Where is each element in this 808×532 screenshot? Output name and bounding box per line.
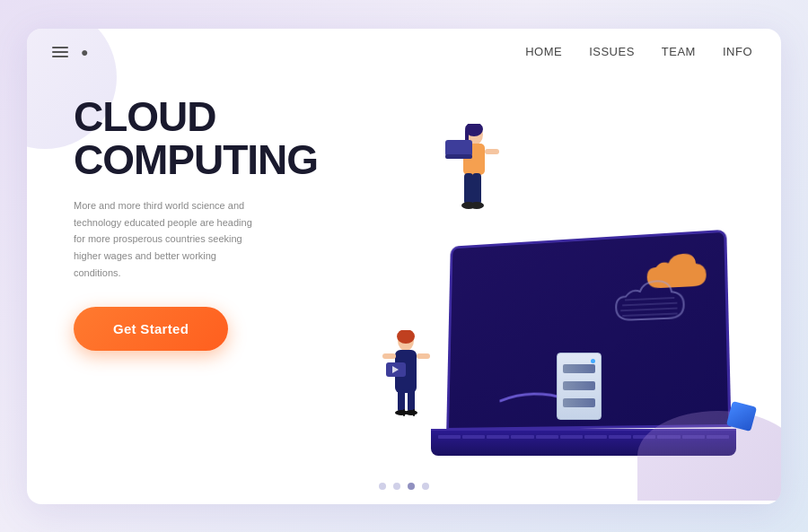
nav-link-info[interactable]: INFO xyxy=(723,45,752,58)
tower-body xyxy=(557,353,602,420)
svg-line-27 xyxy=(620,308,677,310)
svg-point-7 xyxy=(470,202,484,209)
svg-rect-20 xyxy=(403,409,405,416)
person-2 xyxy=(377,330,435,438)
bottom-accent xyxy=(637,411,781,501)
person-1-svg xyxy=(440,124,503,240)
pagination-dot-4[interactable] xyxy=(422,483,429,490)
svg-rect-4 xyxy=(464,173,473,205)
svg-rect-10 xyxy=(445,140,472,156)
person-1 xyxy=(440,124,503,240)
hamburger-icon[interactable] xyxy=(52,47,68,57)
svg-line-28 xyxy=(622,313,677,316)
landing-card: ● HOME ISSUES TEAM INFO CLOUD COMPUTING … xyxy=(27,29,781,504)
nav-link-home[interactable]: HOME xyxy=(525,45,562,58)
pagination-dot-3[interactable] xyxy=(408,483,415,490)
svg-line-25 xyxy=(625,297,674,299)
tower-light xyxy=(591,359,595,363)
nav-link-team[interactable]: TEAM xyxy=(662,45,696,58)
hero-title: CLOUD COMPUTING xyxy=(74,95,332,182)
left-section: CLOUD COMPUTING More and more third worl… xyxy=(27,77,332,474)
tower-slot-1 xyxy=(563,364,595,373)
nav-links: HOME ISSUES TEAM INFO xyxy=(525,45,752,58)
person-2-svg xyxy=(377,330,435,438)
nav-left: ● xyxy=(52,45,88,59)
svg-rect-18 xyxy=(408,389,415,412)
content-area: CLOUD COMPUTING More and more third worl… xyxy=(27,59,781,474)
svg-rect-5 xyxy=(472,173,481,205)
pagination-dot-2[interactable] xyxy=(393,483,400,490)
tower-slot-3 xyxy=(563,398,595,407)
svg-rect-16 xyxy=(417,353,430,359)
svg-rect-11 xyxy=(445,154,472,159)
svg-rect-17 xyxy=(398,389,405,412)
svg-rect-15 xyxy=(382,353,396,359)
hero-description: More and more third world science and te… xyxy=(74,197,262,281)
search-icon[interactable]: ● xyxy=(81,45,88,59)
tower-slot-2 xyxy=(563,381,595,390)
nav-link-issues[interactable]: ISSUES xyxy=(589,45,635,58)
svg-point-21 xyxy=(405,410,417,415)
get-started-button[interactable]: Get Started xyxy=(74,307,228,351)
illustration-area xyxy=(332,77,781,474)
svg-rect-22 xyxy=(413,409,415,416)
pagination-dot-1[interactable] xyxy=(379,483,386,490)
navbar: ● HOME ISSUES TEAM INFO xyxy=(27,29,781,59)
cloud-outline-icon xyxy=(598,277,689,334)
server-tower xyxy=(557,353,602,424)
svg-rect-9 xyxy=(485,149,499,154)
svg-line-26 xyxy=(622,302,677,305)
